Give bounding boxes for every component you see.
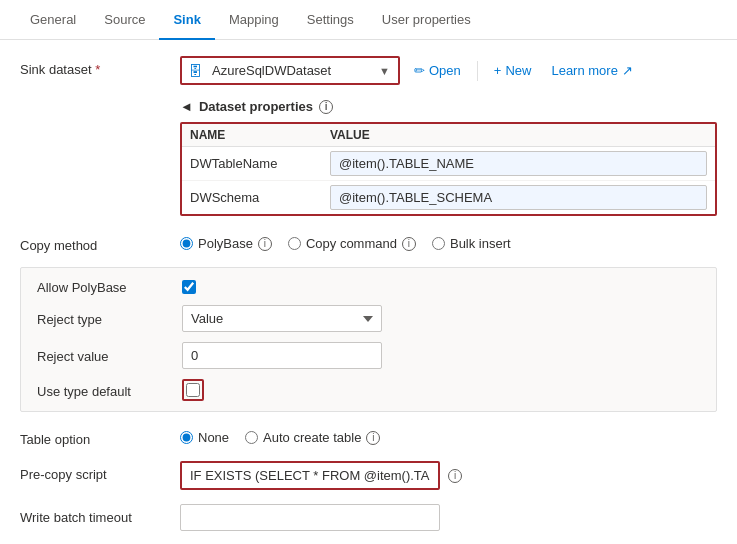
bulk-insert-radio[interactable] — [432, 237, 445, 250]
write-batch-timeout-label: Write batch timeout — [20, 504, 180, 525]
plus-icon: + — [494, 63, 502, 78]
copy-command-radio[interactable] — [288, 237, 301, 250]
tab-mapping[interactable]: Mapping — [215, 0, 293, 39]
table-row: DWTableName — [182, 147, 715, 181]
main-content: Sink dataset * 🗄 AzureSqlDWDataset ▼ ✏ O… — [0, 40, 737, 544]
table-option-control: None Auto create table i — [180, 426, 717, 445]
learn-more-button[interactable]: Learn more ↗ — [545, 59, 638, 82]
pencil-icon: ✏ — [414, 63, 425, 78]
external-link-icon: ↗ — [622, 63, 633, 78]
use-type-default-row: Use type default — [37, 379, 700, 401]
open-button[interactable]: ✏ Open — [408, 59, 467, 82]
dataset-icon: 🗄 — [182, 63, 208, 79]
row-1-value-input[interactable] — [330, 185, 707, 210]
divider — [477, 61, 478, 81]
pre-copy-script-input[interactable] — [180, 461, 440, 490]
sink-dataset-row: Sink dataset * 🗄 AzureSqlDWDataset ▼ ✏ O… — [20, 56, 717, 85]
polybase-info-icon[interactable]: i — [258, 237, 272, 251]
write-batch-timeout-input[interactable] — [180, 504, 440, 531]
sink-dataset-select-wrapper: 🗄 AzureSqlDWDataset ▼ — [180, 56, 400, 85]
reject-type-row: Reject type Value Percentage — [37, 305, 700, 332]
copy-method-label: Copy method — [20, 232, 180, 253]
row-0-value — [330, 151, 707, 176]
reject-type-control: Value Percentage — [182, 305, 700, 332]
reject-value-label: Reject value — [37, 347, 182, 364]
copy-command-info-icon[interactable]: i — [402, 237, 416, 251]
use-type-default-control — [182, 379, 700, 401]
col-header-value: VALUE — [330, 128, 707, 142]
copy-command-option[interactable]: Copy command i — [288, 236, 416, 251]
collapse-arrow-icon[interactable]: ◄ — [180, 99, 193, 114]
pre-copy-info-icon[interactable]: i — [448, 469, 462, 483]
none-radio[interactable] — [180, 431, 193, 444]
reject-value-row: Reject value — [37, 342, 700, 369]
auto-create-radio[interactable] — [245, 431, 258, 444]
allow-polybase-checkbox-wrap — [182, 280, 700, 294]
use-type-default-label: Use type default — [37, 382, 182, 399]
pre-copy-script-control: i — [180, 461, 717, 490]
auto-create-info-icon[interactable]: i — [366, 431, 380, 445]
allow-polybase-row: Allow PolyBase — [37, 278, 700, 295]
precopy-input-wrap: i — [180, 461, 717, 490]
tab-bar: General Source Sink Mapping Settings Use… — [0, 0, 737, 40]
tab-sink[interactable]: Sink — [159, 0, 214, 39]
none-option[interactable]: None — [180, 430, 229, 445]
copy-method-radio-group: PolyBase i Copy command i Bulk insert — [180, 232, 717, 251]
auto-create-label: Auto create table — [263, 430, 361, 445]
bulk-insert-label: Bulk insert — [450, 236, 511, 251]
auto-create-option[interactable]: Auto create table i — [245, 430, 380, 445]
row-0-value-input[interactable] — [330, 151, 707, 176]
allow-polybase-control — [182, 280, 700, 294]
tab-source[interactable]: Source — [90, 0, 159, 39]
reject-value-input[interactable] — [182, 342, 382, 369]
polybase-radio[interactable] — [180, 237, 193, 250]
sink-dataset-select[interactable]: AzureSqlDWDataset — [208, 58, 371, 83]
table-option-row: Table option None Auto create table i — [20, 426, 717, 447]
row-0-name: DWTableName — [190, 156, 330, 171]
reject-type-select[interactable]: Value Percentage — [182, 305, 382, 332]
polybase-panel: Allow PolyBase Reject type Value Percent… — [20, 267, 717, 412]
allow-polybase-checkbox[interactable] — [182, 280, 196, 294]
tab-user-properties[interactable]: User properties — [368, 0, 485, 39]
polybase-label: PolyBase — [198, 236, 253, 251]
reject-type-label: Reject type — [37, 310, 182, 327]
reject-value-control — [182, 342, 700, 369]
use-type-default-border — [182, 379, 204, 401]
write-batch-timeout-control — [180, 504, 717, 531]
copy-method-control: PolyBase i Copy command i Bulk insert — [180, 232, 717, 251]
col-header-name: NAME — [190, 128, 330, 142]
row-1-value — [330, 185, 707, 210]
table-row: DWSchema — [182, 181, 715, 214]
table-option-radio-group: None Auto create table i — [180, 426, 717, 445]
allow-polybase-label: Allow PolyBase — [37, 278, 182, 295]
copy-command-label: Copy command — [306, 236, 397, 251]
info-icon[interactable]: i — [319, 100, 333, 114]
dataset-properties-header: ◄ Dataset properties i — [20, 99, 717, 114]
tab-general[interactable]: General — [16, 0, 90, 39]
bulk-insert-option[interactable]: Bulk insert — [432, 236, 511, 251]
use-type-default-checkbox[interactable] — [186, 383, 200, 397]
none-label: None — [198, 430, 229, 445]
new-button[interactable]: + New — [488, 59, 538, 82]
dataset-table-header: NAME VALUE — [182, 124, 715, 147]
row-1-name: DWSchema — [190, 190, 330, 205]
sink-dataset-control: 🗄 AzureSqlDWDataset ▼ ✏ Open + New Learn… — [180, 56, 717, 85]
dataset-properties-table: NAME VALUE DWTableName DWSchema — [180, 122, 717, 216]
pre-copy-script-label: Pre-copy script — [20, 461, 180, 482]
copy-method-row: Copy method PolyBase i Copy command i Bu… — [20, 232, 717, 253]
write-batch-timeout-row: Write batch timeout — [20, 504, 717, 531]
chevron-down-icon: ▼ — [371, 65, 398, 77]
sink-dataset-label: Sink dataset * — [20, 56, 180, 77]
tab-settings[interactable]: Settings — [293, 0, 368, 39]
polybase-option[interactable]: PolyBase i — [180, 236, 272, 251]
table-option-label: Table option — [20, 426, 180, 447]
pre-copy-script-row: Pre-copy script i — [20, 461, 717, 490]
